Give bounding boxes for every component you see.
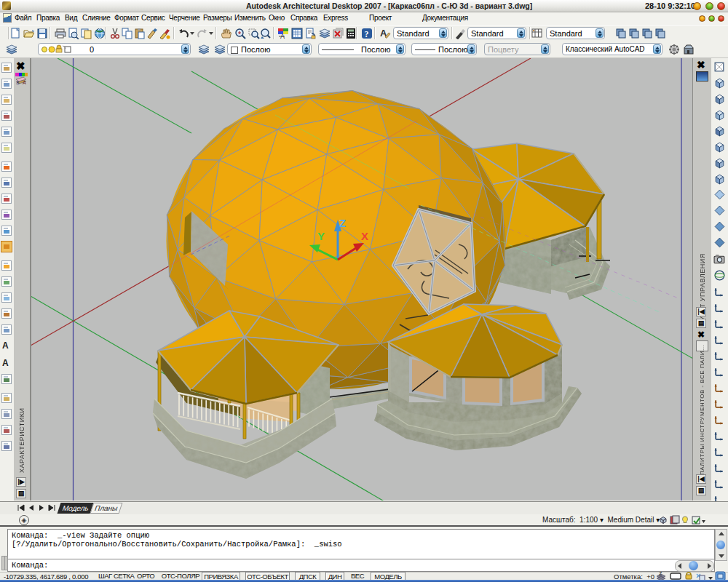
- svg-text:S: S: [16, 80, 20, 85]
- svg-text:A: A: [23, 80, 26, 85]
- svg-text:Z: Z: [659, 571, 662, 576]
- svg-text:X: X: [361, 230, 368, 242]
- svg-text:Z: Z: [339, 217, 346, 229]
- svg-text:?: ?: [365, 29, 369, 39]
- svg-text:Y: Y: [317, 230, 325, 242]
